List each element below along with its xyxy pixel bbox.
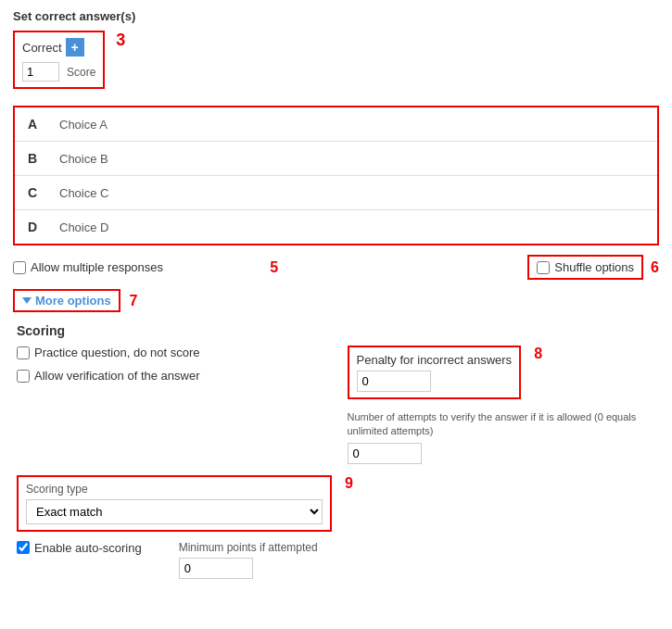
practice-label[interactable]: Practice question, do not score (17, 346, 329, 359)
table-row[interactable]: D Choice D (15, 210, 657, 244)
more-options-row: More options 7 (13, 289, 659, 312)
scoring-type-box: Scoring type Exact match Partial match P… (17, 475, 332, 532)
correct-label: Correct (22, 41, 62, 55)
choices-wrapper: A Choice A B Choice B C Choice C D Choic… (13, 106, 659, 245)
penalty-box: Penalty for incorrect answers (348, 346, 522, 399)
verify-text: Allow verification of the answer (34, 369, 199, 383)
score-label: Score (67, 66, 95, 79)
more-options-box[interactable]: More options (13, 289, 120, 312)
verify-row: Allow verification of the answer (17, 369, 329, 383)
label-5: 5 (270, 259, 278, 276)
choice-letter-d: D (28, 220, 50, 234)
shuffle-box: Shuffle options (527, 255, 643, 280)
choice-letter-b: B (28, 151, 50, 166)
score-input[interactable] (22, 62, 59, 82)
table-row[interactable]: B Choice B (15, 142, 657, 176)
scoring-left: Practice question, do not score Allow ve… (17, 346, 329, 464)
practice-row: Practice question, do not score (17, 346, 329, 359)
options-row: Allow multiple responses 5 Shuffle optio… (13, 255, 659, 280)
min-points-label: Minimum points if attempted (179, 541, 318, 554)
scoring-type-section: Scoring type Exact match Partial match P… (17, 475, 659, 532)
verify-checkbox[interactable] (17, 370, 30, 383)
auto-scoring-row: Enable auto-scoring Minimum points if at… (17, 541, 659, 579)
label-8: 8 (534, 346, 542, 362)
correct-tab: Correct + (22, 38, 95, 57)
choice-letter-c: C (28, 185, 50, 200)
options-left: Allow multiple responses (13, 260, 262, 274)
correct-answer-box: Correct + Score (13, 31, 105, 89)
scoring-grid: Practice question, do not score Allow ve… (17, 346, 659, 464)
practice-checkbox[interactable] (17, 346, 30, 359)
practice-text: Practice question, do not score (34, 346, 200, 359)
score-row: Score (22, 62, 95, 82)
section-title: Set correct answer(s) (13, 9, 659, 23)
table-row[interactable]: A Choice A (15, 107, 657, 142)
choice-text-a: Choice A (59, 118, 108, 132)
enable-autoscoring-checkbox[interactable] (17, 541, 30, 554)
choice-text-d: Choice D (59, 220, 108, 234)
shuffle-text: Shuffle options (554, 260, 634, 274)
penalty-label: Penalty for incorrect answers (357, 353, 513, 367)
choice-letter-a: A (28, 117, 50, 132)
scoring-type-select[interactable]: Exact match Partial match Partial match … (26, 499, 323, 524)
triangle-down-icon (22, 297, 32, 304)
page-container: Set correct answer(s) Correct + Score 3 … (0, 0, 672, 588)
choice-text-c: Choice C (59, 186, 108, 200)
shuffle-label[interactable]: Shuffle options (537, 260, 634, 274)
scoring-section: Scoring Practice question, do not score … (13, 323, 659, 579)
min-points-input[interactable] (179, 558, 253, 579)
label-3: 3 (116, 31, 125, 50)
allow-multiple-label[interactable]: Allow multiple responses (13, 260, 262, 274)
label-7: 7 (130, 293, 138, 309)
label-9: 9 (345, 475, 353, 492)
verify-label[interactable]: Allow verification of the answer (17, 369, 329, 383)
attempts-input[interactable] (348, 443, 422, 464)
auto-scoring-left: Enable auto-scoring (17, 541, 142, 555)
scoring-type-label: Scoring type (26, 483, 323, 496)
auto-scoring-right: Minimum points if attempted (179, 541, 318, 579)
more-options-text: More options (35, 294, 111, 308)
choice-text-b: Choice B (59, 152, 108, 166)
scoring-title: Scoring (17, 323, 659, 338)
allow-multiple-text: Allow multiple responses (31, 260, 163, 274)
enable-autoscoring-text: Enable auto-scoring (34, 541, 142, 555)
correct-answer-section: Correct + Score 3 (13, 31, 659, 98)
choices-container: A Choice A B Choice B C Choice C D Choic… (13, 106, 659, 245)
shuffle-checkbox[interactable] (537, 261, 550, 274)
enable-autoscoring-label[interactable]: Enable auto-scoring (17, 541, 142, 555)
allow-multiple-checkbox[interactable] (13, 261, 26, 274)
penalty-input[interactable] (357, 371, 431, 392)
add-correct-button[interactable]: + (66, 38, 84, 57)
table-row[interactable]: C Choice C (15, 176, 657, 210)
scoring-right: Penalty for incorrect answers 8 Number o… (348, 346, 660, 464)
attempts-help: Number of attempts to verify the answer … (348, 410, 660, 439)
label-6: 6 (651, 259, 659, 276)
